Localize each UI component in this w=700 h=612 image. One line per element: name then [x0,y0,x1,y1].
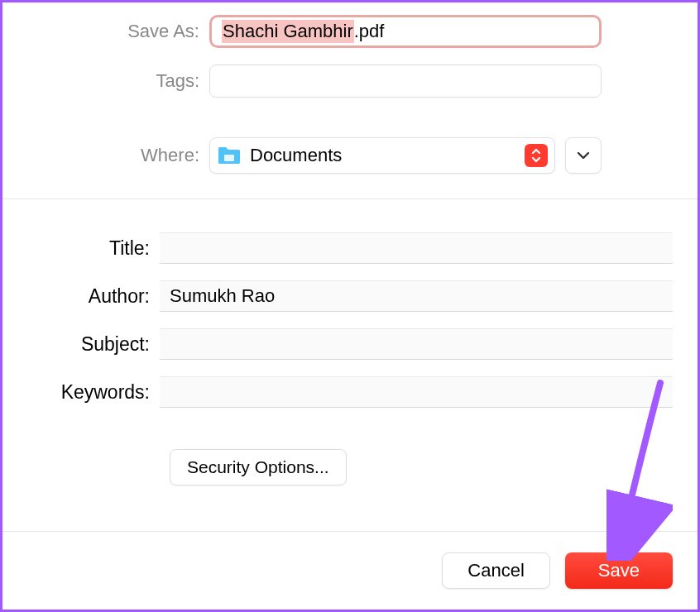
folder-icon [217,146,242,165]
tags-input[interactable] [209,65,602,98]
tags-label: Tags: [27,70,209,92]
tags-row: Tags: [27,65,673,98]
subject-input[interactable] [160,328,673,360]
dialog-footer: Cancel Save [2,531,698,610]
security-options-button[interactable]: Security Options... [170,449,347,485]
save-panel-top: Save As: Shachi Gambhir.pdf Tags: Where:… [2,2,698,198]
author-row: Author: [27,280,673,312]
metadata-section: Title: Author: Subject: Keywords: Securi… [2,199,698,510]
keywords-label: Keywords: [27,381,160,404]
chevron-down-icon [576,151,591,160]
where-select[interactable]: Documents [209,137,555,174]
save-as-filename-ext: .pdf [354,21,385,42]
where-row: Where: Documents [27,137,673,174]
subject-row: Subject: [27,328,673,360]
save-as-row: Save As: Shachi Gambhir.pdf [27,15,673,48]
keywords-input[interactable] [160,376,673,408]
save-button[interactable]: Save [565,552,673,589]
save-as-input[interactable]: Shachi Gambhir.pdf [209,15,602,48]
title-label: Title: [27,237,160,260]
svg-rect-0 [224,155,234,161]
save-as-filename-selected: Shachi Gambhir [222,20,354,43]
subject-label: Subject: [27,333,160,356]
author-input[interactable] [160,280,673,312]
where-value: Documents [250,145,525,166]
where-label: Where: [27,145,209,166]
title-row: Title: [27,232,673,264]
save-as-label: Save As: [27,21,209,42]
author-label: Author: [27,285,160,308]
updown-chevrons-icon [525,144,548,167]
keywords-row: Keywords: [27,376,673,408]
expand-button[interactable] [565,137,602,174]
title-input[interactable] [160,232,673,264]
cancel-button[interactable]: Cancel [442,552,549,589]
